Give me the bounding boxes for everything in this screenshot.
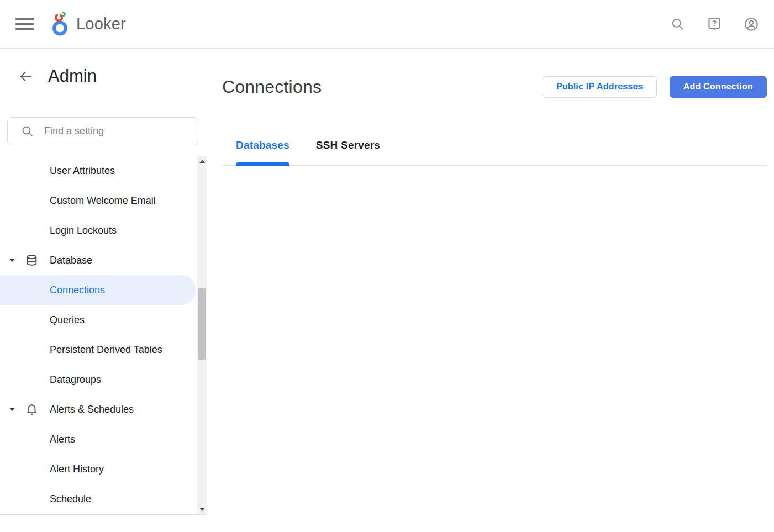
sidebar-item-label: Alert History (50, 463, 104, 475)
database-icon (25, 254, 39, 267)
sidebar-item-datagroups[interactable]: Datagroups (0, 365, 196, 394)
sidebar-item-label: Datagroups (50, 374, 101, 386)
connections-tabs: Databases SSH Servers (222, 119, 767, 166)
sidebar-item-label: Connections (50, 285, 105, 296)
expand-caret-icon[interactable] (8, 405, 16, 413)
sidebar-item-label: Schedule (50, 493, 91, 505)
sidebar-item-label: User Attributes (50, 165, 115, 177)
hamburger-menu-button[interactable] (15, 15, 34, 34)
page-title: Admin (48, 66, 97, 86)
search-icon (20, 124, 34, 138)
search-icon (670, 25, 685, 33)
connections-title: Connections (222, 77, 322, 97)
sidebar-item-queries[interactable]: Queries (0, 305, 196, 335)
sidebar-item-label: Alerts (50, 434, 75, 445)
sidebar-item-alerts[interactable]: Alerts (0, 424, 196, 454)
sidebar-item-schedule[interactable]: Schedule (0, 484, 196, 514)
topbar-actions: ? (670, 17, 759, 32)
search-button[interactable] (670, 17, 685, 31)
help-button[interactable]: ? (707, 17, 722, 32)
tab-ssh-servers[interactable]: SSH Servers (316, 139, 380, 165)
sidebar-item-label: Login Lockouts (50, 225, 117, 236)
sidebar-item-label: Alerts & Schedules (50, 404, 134, 415)
sidebar-item-alert-history[interactable]: Alert History (0, 454, 196, 484)
app-title: Looker (76, 15, 126, 33)
account-icon (744, 25, 759, 34)
sidebar-item-label: Persistent Derived Tables (50, 344, 162, 356)
sidebar-item-label: Custom Welcome Email (50, 195, 156, 207)
find-setting-searchbox[interactable] (7, 117, 198, 145)
sidebar-item-persistent-derived-tables[interactable]: Persistent Derived Tables (0, 335, 196, 365)
sidebar-header: Admin (0, 62, 207, 91)
looker-logo-icon (52, 12, 72, 36)
sidebar-item-label: Queries (50, 314, 85, 326)
scroll-down-arrow[interactable] (197, 505, 207, 514)
sidebar-nav-wrap: User Attributes Custom Welcome Email (0, 156, 207, 515)
sidebar-item-user-attributes[interactable]: User Attributes (0, 156, 196, 186)
sidebar-nav: User Attributes Custom Welcome Email (0, 156, 196, 514)
sidebar-item-connections[interactable]: Connections (0, 275, 196, 305)
sidebar-item-alerts-schedules[interactable]: Alerts & Schedules (0, 394, 196, 424)
account-button[interactable] (744, 17, 759, 32)
sidebar-item-label: Database (50, 255, 92, 266)
tab-databases[interactable]: Databases (236, 139, 289, 165)
help-icon: ? (707, 25, 722, 34)
bell-icon (25, 403, 39, 417)
main-header: Connections Public IP Addresses Add Conn… (222, 76, 767, 98)
svg-text:?: ? (712, 19, 717, 28)
sidebar-item-database[interactable]: Database (0, 245, 196, 275)
topbar: Looker ? (0, 0, 774, 49)
back-button[interactable] (18, 69, 33, 84)
sidebar-scrollbar[interactable] (197, 156, 207, 515)
sidebar-item-login-lockouts[interactable]: Login Lockouts (0, 215, 196, 245)
scrollbar-thumb[interactable] (198, 288, 206, 360)
arrow-left-icon (18, 77, 33, 86)
main-actions: Public IP Addresses Add Connection (543, 76, 767, 98)
public-ip-addresses-button[interactable]: Public IP Addresses (543, 76, 657, 98)
hamburger-icon (15, 18, 34, 20)
admin-sidebar: Admin U (0, 49, 207, 532)
add-connection-button[interactable]: Add Connection (670, 76, 767, 98)
looker-logo[interactable]: Looker (52, 12, 126, 36)
scroll-up-arrow[interactable] (197, 157, 207, 166)
sidebar-item-custom-welcome-email[interactable]: Custom Welcome Email (0, 186, 196, 215)
expand-caret-icon[interactable] (8, 256, 16, 264)
search-input[interactable] (44, 125, 190, 137)
main-content: Connections Public IP Addresses Add Conn… (222, 49, 774, 532)
